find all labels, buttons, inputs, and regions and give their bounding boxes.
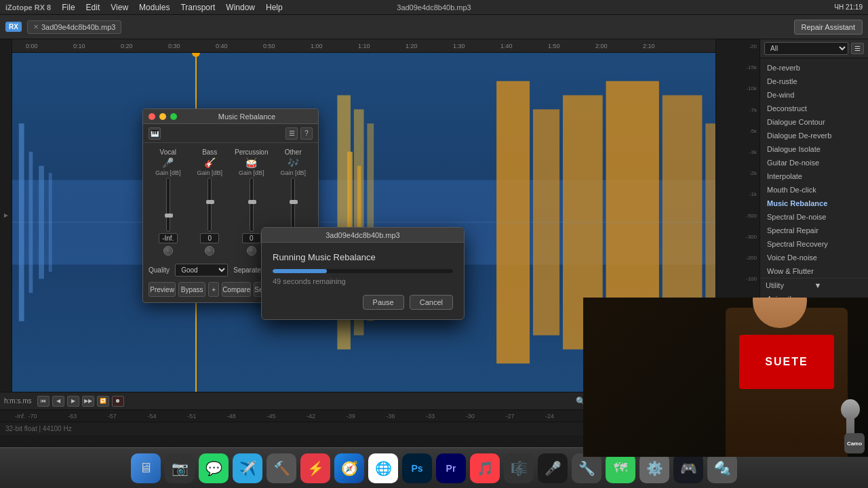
- module-item-spectral-de-noise[interactable]: Spectral De-noise: [760, 210, 868, 224]
- module-item-voice-de-noise[interactable]: Voice De-noise: [760, 251, 868, 264]
- module-item-de-reverb[interactable]: De-reverb: [760, 61, 868, 75]
- panel-menu-button[interactable]: ☰: [851, 43, 864, 54]
- module-item-dialogue-de-reverb[interactable]: Dialogue De-reverb: [760, 129, 868, 142]
- menu-transport[interactable]: Transport: [180, 3, 215, 12]
- module-item-mouth-de-click[interactable]: Mouth De-click: [760, 183, 868, 197]
- minimize-button[interactable]: [159, 113, 166, 120]
- transport-play-btn[interactable]: ▶: [67, 396, 79, 407]
- dock-premiere[interactable]: Pr: [436, 453, 466, 483]
- module-filter-dropdown[interactable]: All: [764, 42, 848, 55]
- dock-telegram[interactable]: ✈️: [233, 453, 262, 483]
- vocal-slider-handle[interactable]: [165, 214, 173, 218]
- transport-loop-btn[interactable]: 🔁: [97, 396, 109, 407]
- dock-izotope[interactable]: ⚡: [300, 453, 330, 483]
- progress-bar-fill: [273, 269, 327, 273]
- dock-itunes[interactable]: 🎵: [470, 453, 500, 483]
- cancel-button[interactable]: Cancel: [410, 295, 453, 310]
- percussion-label: Percussion: [235, 148, 268, 156]
- module-item-de-rustle[interactable]: De-rustle: [760, 75, 868, 88]
- menu-file[interactable]: File: [62, 3, 75, 12]
- dialog-heading: Running Music Rebalance: [273, 252, 453, 262]
- percussion-slider-handle[interactable]: [248, 200, 256, 204]
- module-item-deconstruct[interactable]: Deconstruct: [760, 102, 868, 115]
- dialog-buttons: Pause Cancel: [273, 295, 453, 310]
- time-ruler: 0:00 0:10 0:20 0:30 0:40 0:50 1:00 1:10 …: [12, 39, 715, 53]
- maximize-button[interactable]: [170, 113, 177, 120]
- dock-maps[interactable]: 🗺: [606, 453, 635, 483]
- panel-titlebar: Music Rebalance: [143, 109, 318, 124]
- bass-slider[interactable]: [208, 178, 212, 232]
- menu-window[interactable]: Window: [226, 3, 255, 12]
- time-40: 0:40: [216, 43, 228, 49]
- bass-label: Bass: [202, 148, 217, 156]
- close-button[interactable]: [149, 113, 155, 120]
- main-toolbar: RX ✕ 3ad09e4dc8b40b.mp3 Repair Assistant: [0, 15, 868, 39]
- percussion-slider[interactable]: [250, 178, 254, 232]
- transport-record-btn[interactable]: ⏺: [112, 396, 124, 407]
- module-item-guitar-de-noise[interactable]: Guitar De-noise: [760, 156, 868, 169]
- bass-slider-handle[interactable]: [206, 200, 214, 204]
- transport-next-btn[interactable]: ▶▶: [82, 396, 94, 407]
- module-item-music-rebalance[interactable]: Music Rebalance: [760, 197, 868, 210]
- menu-help[interactable]: Help: [266, 3, 283, 12]
- module-item-dialogue-contour[interactable]: Dialogue Contour: [760, 115, 868, 129]
- dock-app1[interactable]: 🔧: [572, 453, 601, 483]
- module-item-de-wind[interactable]: De-wind: [760, 88, 868, 102]
- tab-close-icon[interactable]: ✕: [33, 23, 39, 30]
- repair-assistant-button[interactable]: Repair Assistant: [794, 20, 863, 35]
- dock-voice-memos[interactable]: 🎤: [538, 453, 568, 483]
- module-item-spectral-repair[interactable]: Spectral Repair: [760, 224, 868, 237]
- percussion-knob[interactable]: [247, 246, 256, 256]
- other-slider-handle[interactable]: [290, 200, 298, 204]
- module-label: Mouth De-click: [767, 186, 816, 194]
- menu-modules[interactable]: Modules: [139, 3, 170, 12]
- time-130: 1:30: [453, 43, 465, 49]
- person-shirt: SUETE: [739, 335, 834, 389]
- dock-misc[interactable]: 🔩: [707, 453, 737, 483]
- dock-photoshop[interactable]: Ps: [402, 453, 432, 483]
- bypass-button[interactable]: Bypass: [178, 282, 205, 297]
- vocal-slider[interactable]: [166, 178, 170, 232]
- help-icon[interactable]: ?: [300, 127, 313, 140]
- other-slider[interactable]: [291, 178, 295, 232]
- bass-knob[interactable]: [205, 246, 214, 256]
- quality-dropdown[interactable]: Good Draft Better Best: [175, 264, 228, 277]
- dock-dev[interactable]: 🔨: [267, 453, 296, 483]
- menu-edit[interactable]: Edit: [86, 3, 100, 12]
- dock-chrome[interactable]: 🌐: [368, 453, 398, 483]
- dock-settings[interactable]: ⚙️: [639, 453, 669, 483]
- transport-prev-btn[interactable]: ◀: [52, 396, 64, 407]
- module-label: Music Rebalance: [767, 199, 827, 207]
- piano-icon[interactable]: 🎹: [149, 127, 161, 140]
- webcam-person: SUETE Camo: [583, 298, 868, 457]
- vocal-value: -Inf.: [159, 233, 178, 243]
- mic-head: [841, 399, 860, 420]
- dock-safari[interactable]: 🧭: [334, 453, 364, 483]
- compare-button[interactable]: Compare: [222, 282, 251, 297]
- menu-icon[interactable]: ☰: [285, 127, 298, 140]
- window-title: 3ad09e4dc8b40b.mp3: [397, 3, 471, 12]
- bass-icon: 🎸: [203, 157, 216, 168]
- left-strip-label: ◀: [3, 213, 9, 219]
- utility-header[interactable]: Utility ▼: [760, 279, 868, 292]
- time-remaining-text: 49 seconds remaining: [273, 277, 453, 285]
- file-tab[interactable]: ✕ 3ad09e4dc8b40b.mp3: [27, 20, 121, 34]
- module-item-spectral-recovery[interactable]: Spectral Recovery: [760, 237, 868, 251]
- module-item-wow-flutter[interactable]: Wow & Flutter: [760, 264, 868, 278]
- module-item-interpolate[interactable]: Interpolate: [760, 169, 868, 183]
- menu-view[interactable]: View: [111, 3, 128, 12]
- preview-button[interactable]: Preview: [149, 282, 176, 297]
- transport-back-btn[interactable]: ⏮: [37, 396, 50, 407]
- pause-button[interactable]: Pause: [363, 295, 404, 310]
- progress-bar-track: [273, 269, 453, 273]
- bypass-plus-button[interactable]: +: [208, 282, 219, 297]
- panel-inner-toolbar: 🎹 ☰ ?: [143, 124, 318, 143]
- module-item-dialogue-isolate[interactable]: Dialogue Isolate: [760, 142, 868, 156]
- dock-finder[interactable]: 🖥: [131, 453, 161, 483]
- dock-steam[interactable]: 🎮: [673, 453, 703, 483]
- vocal-knob[interactable]: [163, 246, 173, 256]
- dock-whatsapp[interactable]: 💬: [199, 453, 229, 483]
- app-name: iZotope RX 8: [5, 3, 51, 12]
- dock-logic[interactable]: 🎼: [504, 453, 534, 483]
- dock-photos[interactable]: 📷: [165, 453, 195, 483]
